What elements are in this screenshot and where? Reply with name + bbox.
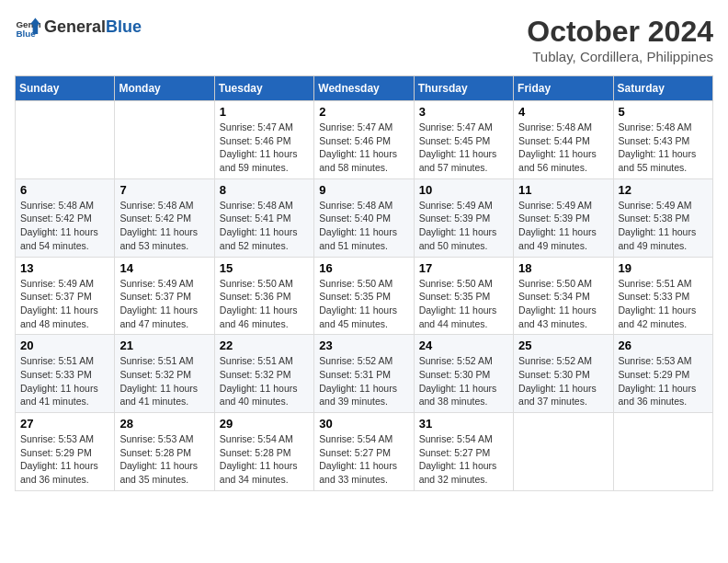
day-number: 5 [619, 105, 708, 119]
day-number: 4 [518, 105, 608, 119]
day-info: Sunrise: 5:48 AMSunset: 5:42 PMDaylight:… [20, 199, 109, 253]
day-number: 23 [319, 339, 408, 352]
day-number: 18 [518, 261, 608, 275]
day-info: Sunrise: 5:54 AMSunset: 5:27 PMDaylight:… [319, 432, 408, 487]
calendar-cell: 6Sunrise: 5:48 AMSunset: 5:42 PMDaylight… [16, 178, 115, 257]
calendar-cell: 1Sunrise: 5:47 AMSunset: 5:46 PMDaylight… [214, 101, 313, 179]
logo: General Blue GeneralBlue [15, 15, 142, 40]
weekday-header-sunday: Sunday [16, 76, 115, 101]
day-number: 28 [119, 417, 209, 431]
calendar-cell: 17Sunrise: 5:50 AMSunset: 5:35 PMDayligh… [414, 257, 513, 335]
calendar-week-5: 27Sunrise: 5:53 AMSunset: 5:29 PMDayligh… [16, 413, 713, 491]
day-number: 16 [319, 261, 408, 275]
weekday-header-wednesday: Wednesday [314, 76, 414, 101]
day-number: 27 [20, 417, 109, 431]
calendar-cell: 31Sunrise: 5:54 AMSunset: 5:27 PMDayligh… [414, 413, 513, 491]
day-info: Sunrise: 5:52 AMSunset: 5:30 PMDaylight:… [419, 354, 508, 408]
day-number: 7 [119, 183, 209, 197]
day-number: 15 [220, 261, 309, 275]
day-number: 21 [119, 339, 209, 352]
day-info: Sunrise: 5:49 AMSunset: 5:37 PMDaylight:… [119, 277, 209, 331]
calendar-cell: 4Sunrise: 5:48 AMSunset: 5:44 PMDaylight… [514, 101, 613, 179]
day-number: 31 [419, 417, 508, 431]
day-info: Sunrise: 5:53 AMSunset: 5:28 PMDaylight:… [119, 432, 209, 487]
day-number: 9 [319, 183, 408, 197]
calendar-cell: 20Sunrise: 5:51 AMSunset: 5:33 PMDayligh… [16, 335, 115, 413]
calendar-cell: 13Sunrise: 5:49 AMSunset: 5:37 PMDayligh… [16, 257, 115, 335]
calendar-week-2: 6Sunrise: 5:48 AMSunset: 5:42 PMDaylight… [16, 178, 713, 257]
calendar-week-4: 20Sunrise: 5:51 AMSunset: 5:33 PMDayligh… [16, 335, 713, 413]
calendar-cell: 26Sunrise: 5:53 AMSunset: 5:29 PMDayligh… [613, 335, 712, 413]
day-info: Sunrise: 5:48 AMSunset: 5:40 PMDaylight:… [319, 199, 408, 253]
day-number: 12 [619, 183, 708, 197]
calendar-cell: 9Sunrise: 5:48 AMSunset: 5:40 PMDaylight… [314, 178, 414, 257]
calendar-cell: 18Sunrise: 5:50 AMSunset: 5:34 PMDayligh… [514, 257, 613, 335]
calendar-cell [613, 413, 712, 491]
title-block: October 2024 Tublay, Cordillera, Philipp… [527, 15, 713, 64]
calendar-cell: 15Sunrise: 5:50 AMSunset: 5:36 PMDayligh… [214, 257, 313, 335]
weekday-header-friday: Friday [514, 76, 613, 101]
calendar-cell [514, 413, 613, 491]
page-header: General Blue GeneralBlue October 2024 Tu… [15, 15, 713, 64]
day-info: Sunrise: 5:47 AMSunset: 5:46 PMDaylight:… [319, 121, 408, 175]
calendar-cell: 12Sunrise: 5:49 AMSunset: 5:38 PMDayligh… [613, 178, 712, 257]
day-info: Sunrise: 5:50 AMSunset: 5:36 PMDaylight:… [220, 277, 309, 331]
weekday-header-row: SundayMondayTuesdayWednesdayThursdayFrid… [16, 76, 713, 101]
calendar-cell: 16Sunrise: 5:50 AMSunset: 5:35 PMDayligh… [314, 257, 414, 335]
day-number: 20 [20, 339, 109, 352]
day-number: 24 [419, 339, 508, 352]
day-info: Sunrise: 5:52 AMSunset: 5:31 PMDaylight:… [319, 354, 408, 408]
day-info: Sunrise: 5:49 AMSunset: 5:37 PMDaylight:… [20, 277, 109, 331]
calendar-cell: 3Sunrise: 5:47 AMSunset: 5:45 PMDaylight… [414, 101, 513, 179]
calendar-cell: 8Sunrise: 5:48 AMSunset: 5:41 PMDaylight… [214, 178, 313, 257]
day-number: 3 [419, 105, 508, 119]
logo-text: GeneralBlue [44, 18, 142, 37]
calendar-cell [16, 101, 115, 179]
calendar-cell: 5Sunrise: 5:48 AMSunset: 5:43 PMDaylight… [613, 101, 712, 179]
day-info: Sunrise: 5:50 AMSunset: 5:35 PMDaylight:… [319, 277, 408, 331]
day-info: Sunrise: 5:49 AMSunset: 5:39 PMDaylight:… [419, 199, 508, 253]
day-number: 14 [119, 261, 209, 275]
day-info: Sunrise: 5:54 AMSunset: 5:28 PMDaylight:… [220, 432, 309, 487]
day-info: Sunrise: 5:51 AMSunset: 5:32 PMDaylight:… [119, 354, 209, 408]
calendar-cell: 19Sunrise: 5:51 AMSunset: 5:33 PMDayligh… [613, 257, 712, 335]
day-info: Sunrise: 5:49 AMSunset: 5:38 PMDaylight:… [619, 199, 708, 253]
calendar-cell: 7Sunrise: 5:48 AMSunset: 5:42 PMDaylight… [115, 178, 214, 257]
calendar-cell: 25Sunrise: 5:52 AMSunset: 5:30 PMDayligh… [514, 335, 613, 413]
calendar-cell: 23Sunrise: 5:52 AMSunset: 5:31 PMDayligh… [314, 335, 414, 413]
day-number: 8 [220, 183, 309, 197]
location: Tublay, Cordillera, Philippines [527, 49, 713, 64]
day-info: Sunrise: 5:51 AMSunset: 5:33 PMDaylight:… [619, 277, 708, 331]
day-info: Sunrise: 5:50 AMSunset: 5:34 PMDaylight:… [518, 277, 608, 331]
logo-icon: General Blue [15, 15, 40, 40]
day-number: 30 [319, 417, 408, 431]
calendar-cell: 22Sunrise: 5:51 AMSunset: 5:32 PMDayligh… [214, 335, 313, 413]
day-number: 13 [20, 261, 109, 275]
day-info: Sunrise: 5:47 AMSunset: 5:45 PMDaylight:… [419, 121, 508, 175]
day-number: 29 [220, 417, 309, 431]
day-number: 6 [20, 183, 109, 197]
day-info: Sunrise: 5:48 AMSunset: 5:44 PMDaylight:… [518, 121, 608, 175]
calendar-cell: 30Sunrise: 5:54 AMSunset: 5:27 PMDayligh… [314, 413, 414, 491]
calendar-week-3: 13Sunrise: 5:49 AMSunset: 5:37 PMDayligh… [16, 257, 713, 335]
day-number: 11 [518, 183, 608, 197]
day-number: 1 [220, 105, 309, 119]
day-info: Sunrise: 5:54 AMSunset: 5:27 PMDaylight:… [419, 432, 508, 487]
day-info: Sunrise: 5:51 AMSunset: 5:33 PMDaylight:… [20, 354, 109, 408]
calendar-week-1: 1Sunrise: 5:47 AMSunset: 5:46 PMDaylight… [16, 101, 713, 179]
day-number: 10 [419, 183, 508, 197]
calendar-cell: 28Sunrise: 5:53 AMSunset: 5:28 PMDayligh… [115, 413, 214, 491]
calendar-body: 1Sunrise: 5:47 AMSunset: 5:46 PMDaylight… [16, 101, 713, 491]
calendar-cell: 14Sunrise: 5:49 AMSunset: 5:37 PMDayligh… [115, 257, 214, 335]
day-info: Sunrise: 5:53 AMSunset: 5:29 PMDaylight:… [619, 354, 708, 408]
day-info: Sunrise: 5:51 AMSunset: 5:32 PMDaylight:… [220, 354, 309, 408]
day-info: Sunrise: 5:53 AMSunset: 5:29 PMDaylight:… [20, 432, 109, 487]
day-info: Sunrise: 5:52 AMSunset: 5:30 PMDaylight:… [518, 354, 608, 408]
day-info: Sunrise: 5:50 AMSunset: 5:35 PMDaylight:… [419, 277, 508, 331]
day-number: 26 [619, 339, 708, 352]
weekday-header-tuesday: Tuesday [214, 76, 313, 101]
calendar-cell: 21Sunrise: 5:51 AMSunset: 5:32 PMDayligh… [115, 335, 214, 413]
day-number: 19 [619, 261, 708, 275]
day-number: 17 [419, 261, 508, 275]
day-number: 2 [319, 105, 408, 119]
